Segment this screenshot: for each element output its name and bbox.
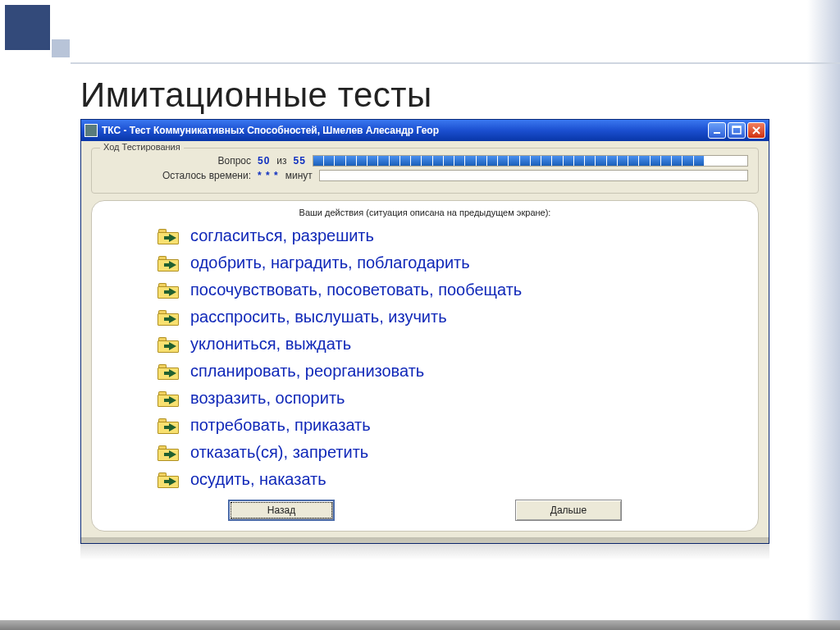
option-text: отказать(ся), запретить	[190, 443, 368, 462]
back-button[interactable]: Назад	[228, 500, 335, 521]
folder-open-icon	[158, 445, 182, 461]
folder-open-icon	[158, 390, 182, 407]
option-list: согласиться, разрешитьодобрить, наградит…	[112, 222, 738, 493]
folder-open-icon	[158, 282, 182, 299]
close-icon	[751, 126, 761, 135]
folder-open-icon	[158, 363, 182, 380]
question-sep: из	[276, 155, 286, 167]
question-progress	[313, 155, 748, 167]
app-window: ТКС - Тест Коммуникативных Способностей,…	[80, 119, 769, 544]
close-button[interactable]	[747, 122, 765, 139]
folder-open-icon	[158, 309, 182, 326]
option-row[interactable]: уклониться, выждать	[158, 331, 738, 358]
folder-open-icon	[158, 336, 182, 353]
minimize-button[interactable]	[708, 122, 726, 139]
svg-rect-2	[733, 126, 741, 128]
option-text: спланировать, реорганизовать	[190, 362, 424, 381]
option-text: возразить, оспорить	[190, 389, 345, 408]
status-group-label: Ход Тестирования	[100, 142, 184, 152]
time-unit: минут	[285, 170, 313, 181]
time-label: Осталось времени:	[153, 170, 251, 181]
option-row[interactable]: возразить, оспорить	[158, 385, 738, 412]
option-row[interactable]: расспросить, выслушать, изучить	[158, 304, 738, 331]
folder-open-icon	[158, 228, 182, 244]
option-row[interactable]: потребовать, приказать	[158, 412, 738, 439]
status-groupbox: Ход Тестирования Вопрос 50 из 55 Осталос…	[91, 148, 759, 194]
slide-divider-line	[71, 62, 840, 64]
folder-open-icon	[158, 472, 182, 488]
option-text: осудить, наказать	[190, 470, 326, 489]
folder-open-icon	[158, 255, 182, 272]
question-label: Вопрос	[153, 155, 251, 167]
time-progress	[319, 170, 748, 181]
question-prompt: Ваши действия (ситуация описана на преды…	[112, 208, 738, 217]
titlebar[interactable]: ТКС - Тест Коммуникативных Способностей,…	[81, 120, 769, 141]
option-row[interactable]: согласиться, разрешить	[158, 222, 738, 249]
slide-right-gradient	[807, 0, 840, 630]
titlebar-text: ТКС - Тест Коммуникативных Способностей,…	[102, 125, 708, 136]
window-drop-shadow	[80, 537, 769, 560]
option-text: посочувствовать, посоветовать, пообещать	[190, 281, 522, 299]
option-row[interactable]: осудить, наказать	[158, 466, 738, 493]
option-text: уклониться, выждать	[190, 335, 351, 354]
option-row[interactable]: одобрить, наградить, поблагодарить	[158, 249, 738, 276]
option-text: согласиться, разрешить	[190, 226, 374, 245]
slide-bottom-shadow	[0, 620, 840, 630]
slide-title: Имитационные тесты	[80, 75, 432, 115]
option-text: одобрить, наградить, поблагодарить	[190, 253, 470, 272]
option-row[interactable]: посочувствовать, посоветовать, пообещать	[158, 276, 738, 304]
slide-corner-square-large	[5, 5, 50, 50]
folder-open-icon	[158, 418, 182, 434]
minimize-icon	[712, 126, 722, 135]
maximize-button[interactable]	[728, 122, 746, 139]
option-text: потребовать, приказать	[190, 416, 371, 435]
option-row[interactable]: отказать(ся), запретить	[158, 439, 738, 466]
option-row[interactable]: спланировать, реорганизовать	[158, 358, 738, 385]
maximize-icon	[732, 126, 742, 135]
question-current: 50	[258, 155, 270, 167]
slide-corner-square-small	[52, 39, 70, 57]
time-value: * * *	[258, 170, 279, 181]
question-panel: Ваши действия (ситуация описана на преды…	[91, 200, 759, 532]
question-total: 55	[294, 155, 306, 167]
svg-rect-0	[714, 132, 720, 134]
app-icon	[84, 124, 98, 137]
next-button[interactable]: Дальше	[515, 500, 622, 521]
option-text: расспросить, выслушать, изучить	[190, 308, 447, 326]
